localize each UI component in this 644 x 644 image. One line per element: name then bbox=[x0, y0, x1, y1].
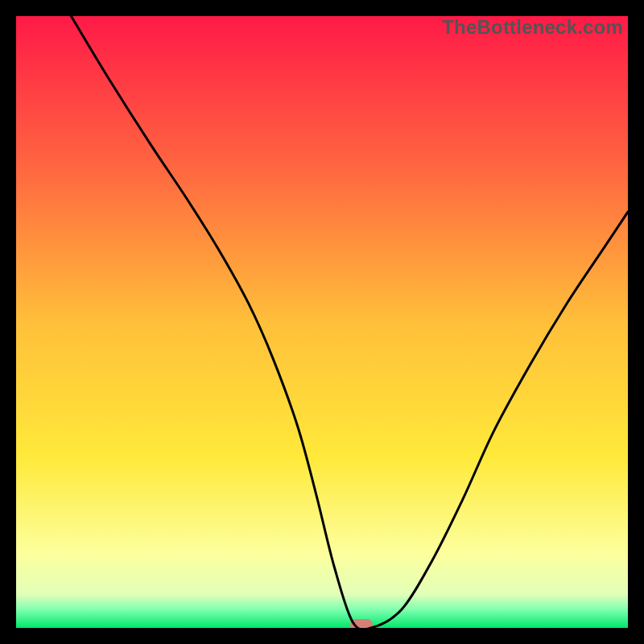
chart-frame: TheBottleneck.com bbox=[16, 16, 628, 628]
optimal-point-marker bbox=[350, 619, 373, 628]
heatmap-gradient bbox=[16, 16, 628, 628]
svg-rect-0 bbox=[16, 16, 628, 628]
